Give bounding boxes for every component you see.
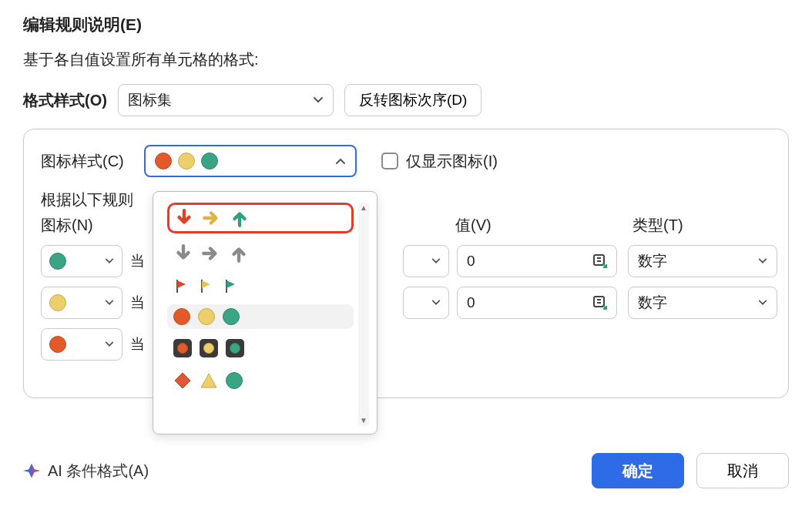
icon-style-popup: ▲ ▼: [153, 191, 377, 435]
rule-row: 当: [41, 328, 771, 361]
ai-link-label: AI 条件格式(A): [48, 461, 149, 481]
ai-logo-icon: [23, 462, 40, 479]
iconset-option-flags[interactable]: [167, 273, 354, 298]
flag-red-icon: [173, 277, 190, 294]
traffic-square-red-icon: [173, 339, 192, 357]
iconset-option-arrows-color[interactable]: [167, 203, 354, 233]
section-title: 编辑规则说明(E): [23, 14, 789, 35]
rule-suffix: 当: [130, 293, 145, 313]
chevron-down-icon: [431, 257, 441, 266]
circle-red-icon: [49, 336, 66, 353]
format-style-label: 格式样式(O): [23, 90, 107, 111]
show-icon-only-group[interactable]: 仅显示图标(I): [381, 151, 498, 172]
rule-row: 当 0 数字: [41, 287, 771, 319]
circle-yellow-icon: [49, 294, 66, 311]
circle-green-icon: [49, 253, 66, 270]
popup-scrollbar[interactable]: ▲ ▼: [358, 203, 369, 426]
icon-style-select[interactable]: [144, 145, 357, 177]
rule-icon-select[interactable]: [41, 245, 122, 277]
dialog-footer: AI 条件格式(A) 确定 取消: [23, 453, 789, 488]
header-value: 值(V): [455, 215, 492, 236]
rule-type-select[interactable]: 数字: [628, 245, 777, 277]
circle-green-icon: [226, 372, 243, 389]
circle-yellow-icon: [198, 308, 215, 325]
header-type: 类型(T): [632, 215, 683, 236]
arrow-up-icon: [229, 243, 249, 263]
arrow-up-icon: [230, 208, 250, 228]
chevron-down-icon: [313, 95, 324, 106]
flag-yellow-icon: [198, 277, 215, 294]
flag-green-icon: [223, 277, 240, 294]
rule-icon-select[interactable]: [41, 287, 122, 319]
rule-icon-select[interactable]: [41, 328, 122, 361]
chevron-down-icon: [105, 257, 114, 266]
circle-green-icon: [223, 308, 240, 325]
subtitle: 基于各自值设置所有单元格的格式:: [23, 49, 789, 70]
reverse-icon-order-label: 反转图标次序(D): [359, 90, 467, 110]
rules-header-row: 图标(N) 值(V) 类型(T): [41, 215, 771, 236]
rule-type-select[interactable]: 数字: [628, 287, 777, 319]
show-icon-only-checkbox[interactable]: [381, 153, 398, 169]
rule-value-input[interactable]: 0: [457, 245, 617, 277]
rule-suffix: 当: [130, 251, 145, 271]
icon-style-options: [167, 203, 354, 426]
rule-type-text: 数字: [638, 251, 667, 271]
format-style-select[interactable]: 图标集: [118, 84, 334, 116]
iconset-option-shapes[interactable]: [167, 367, 354, 394]
scroll-down-icon[interactable]: ▼: [360, 417, 367, 424]
format-style-row: 格式样式(O) 图标集 反转图标次序(D): [23, 84, 789, 116]
footer-buttons: 确定 取消: [592, 453, 789, 488]
format-style-value: 图标集: [128, 90, 172, 110]
chevron-down-icon: [431, 298, 441, 307]
arrow-right-icon: [202, 208, 222, 228]
ai-conditional-format-link[interactable]: AI 条件格式(A): [23, 461, 149, 481]
scroll-up-icon[interactable]: ▲: [360, 204, 367, 212]
rule-value-text: 0: [467, 253, 475, 270]
diamond-red-icon: [173, 371, 192, 390]
traffic-square-green-icon: [226, 339, 244, 357]
rules-prefix-label: 根据以下规则: [41, 190, 771, 210]
chevron-up-icon: [335, 156, 346, 166]
chevron-down-icon: [105, 340, 114, 349]
arrow-down-icon: [173, 243, 193, 263]
rules-panel: 图标样式(C) 仅显示图标(I) 根据以下规则 图标(N) 值(V) 类型(T): [23, 129, 789, 398]
show-icon-only-label: 仅显示图标(I): [406, 151, 498, 172]
iconset-option-traffic-squares[interactable]: [167, 335, 354, 361]
circle-red-icon: [173, 308, 190, 325]
rule-value-input[interactable]: 0: [457, 287, 617, 319]
icon-style-row: 图标样式(C) 仅显示图标(I): [41, 145, 771, 177]
triangle-yellow-icon: [200, 371, 218, 390]
circle-red-icon: [155, 153, 172, 169]
traffic-square-yellow-icon: [200, 339, 218, 357]
icon-style-label: 图标样式(C): [41, 151, 133, 172]
rule-value-text: 0: [467, 294, 475, 311]
cancel-button-label: 取消: [727, 461, 758, 481]
arrow-down-icon: [174, 208, 194, 228]
range-picker-icon[interactable]: [592, 294, 609, 311]
arrow-right-icon: [201, 243, 221, 263]
rule-suffix: 当: [130, 334, 145, 354]
icon-style-current: [155, 153, 218, 169]
chevron-down-icon: [758, 257, 767, 266]
ok-button-label: 确定: [622, 461, 653, 481]
chevron-down-icon: [758, 298, 767, 307]
circle-yellow-icon: [178, 153, 195, 169]
iconset-option-circles[interactable]: [167, 304, 354, 329]
iconset-option-arrows-grey[interactable]: [167, 240, 354, 267]
range-picker-icon[interactable]: [592, 253, 609, 270]
cancel-button[interactable]: 取消: [696, 453, 789, 488]
rule-row: 当 0 数字: [41, 245, 771, 277]
circle-green-icon: [201, 153, 218, 169]
rule-operator-select[interactable]: [403, 287, 449, 319]
reverse-icon-order-button[interactable]: 反转图标次序(D): [344, 84, 481, 116]
ok-button[interactable]: 确定: [592, 453, 684, 488]
rule-operator-select[interactable]: [403, 245, 449, 277]
rule-type-text: 数字: [638, 293, 667, 313]
chevron-down-icon: [105, 298, 114, 307]
